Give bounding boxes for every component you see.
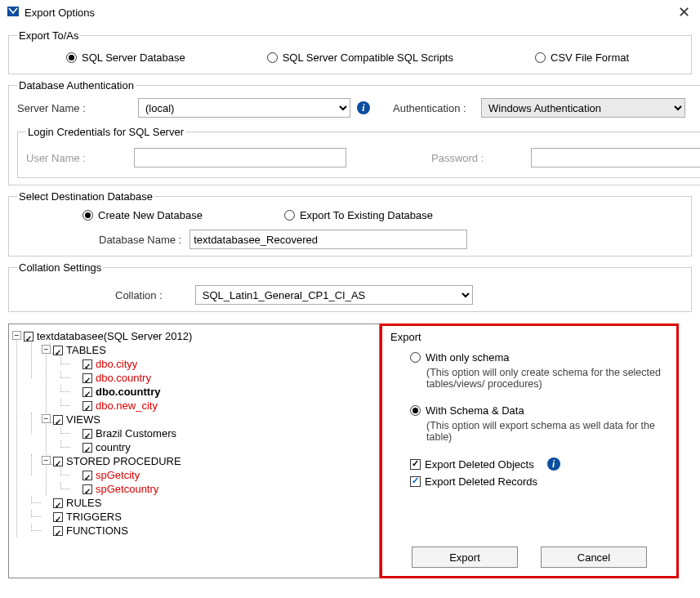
export-legend: Export	[390, 331, 668, 343]
tree-expander[interactable]: −	[42, 345, 51, 354]
tree-item-label: dbo.new_city	[96, 399, 158, 412]
server-name-select[interactable]: (local)	[138, 98, 350, 118]
tree-node-tables[interactable]: TABLES	[53, 343, 376, 357]
schema-only-desc: (This option will only create schema for…	[426, 367, 663, 390]
collation-group: Collation Settings Collation : SQL_Latin…	[8, 261, 692, 312]
tree-item-table[interactable]: dbo.new_city	[82, 399, 376, 413]
tree-checkbox[interactable]	[82, 401, 92, 411]
tree-item-label: dbo.cityy	[96, 358, 137, 370]
tree-item-view[interactable]: country	[82, 440, 376, 454]
radio-create-new-db[interactable]: Create New Database	[82, 209, 203, 221]
tree-item-label: dbo.counttry	[96, 386, 160, 398]
username-field[interactable]	[134, 148, 346, 167]
tree-item-label: spGetcountry	[96, 483, 158, 495]
check-deleted-records-label: Export Deleted Records	[425, 475, 537, 488]
tree-checkbox[interactable]	[53, 346, 63, 355]
tree-item-table[interactable]: dbo.counttry	[82, 385, 376, 399]
svg-rect-0	[7, 7, 19, 16]
radio-schema-data-label: With Schema & Data	[426, 404, 524, 417]
export-to-group: Export To/As SQL Server Database SQL Ser…	[8, 29, 692, 74]
tree-checkbox[interactable]	[82, 484, 92, 494]
check-deleted-objects[interactable]: Export Deleted Objects	[410, 458, 534, 471]
radio-sql-scripts[interactable]: SQL Server Compatible SQL Scripts	[267, 51, 453, 64]
check-deleted-objects-label: Export Deleted Objects	[425, 458, 534, 471]
tree-checkbox[interactable]	[24, 332, 33, 341]
tree-item-sp[interactable]: spGetcity	[82, 468, 376, 482]
tree-node-label: FUNCTIONS	[66, 524, 128, 537]
check-deleted-records[interactable]: Export Deleted Records	[410, 475, 537, 488]
radio-existing-db-label: Export To Existing Database	[300, 209, 433, 221]
info-icon[interactable]: i	[357, 101, 370, 114]
titlebar: Export Options ✕	[0, 0, 700, 25]
object-tree: − textdatabasee(SQL Server 2012) − TABLE…	[8, 324, 380, 578]
collation-select[interactable]: SQL_Latin1_General_CP1_CI_AS	[195, 285, 473, 305]
dest-db-legend: Select Destination Database	[17, 190, 154, 203]
tree-checkbox[interactable]	[53, 415, 63, 425]
tree-checkbox[interactable]	[82, 359, 92, 369]
tree-node-triggers[interactable]: TRIGGERS	[53, 510, 376, 524]
password-field[interactable]	[531, 148, 700, 167]
db-auth-legend: Database Authentication	[17, 79, 136, 91]
tree-checkbox[interactable]	[82, 387, 92, 397]
tree-item-label: Brazil Customers	[96, 427, 176, 440]
tree-checkbox[interactable]	[82, 471, 92, 480]
radio-sql-scripts-label: SQL Server Compatible SQL Scripts	[283, 51, 453, 64]
tree-node-label: STORED PROCEDURE	[66, 455, 181, 467]
tree-node-label: TABLES	[66, 344, 106, 356]
radio-sql-server-db-label: SQL Server Database	[82, 51, 185, 64]
tree-node-label: TRIGGERS	[66, 511, 122, 523]
tree-expander[interactable]: −	[42, 456, 51, 465]
tree-item-label: country	[96, 441, 131, 453]
tree-checkbox[interactable]	[53, 512, 63, 522]
export-button[interactable]: Export	[412, 547, 518, 568]
tree-checkbox[interactable]	[82, 373, 92, 383]
radio-sql-server-db[interactable]: SQL Server Database	[66, 51, 185, 64]
username-label: User Name :	[26, 152, 124, 164]
tree-node-functions[interactable]: FUNCTIONS	[53, 524, 376, 538]
tree-checkbox[interactable]	[82, 443, 92, 453]
tree-checkbox[interactable]	[53, 457, 63, 466]
collation-legend: Collation Settings	[17, 261, 103, 274]
radio-csv-label: CSV File Format	[551, 51, 629, 64]
tree-item-table[interactable]: dbo.cityy	[82, 357, 376, 371]
radio-existing-db[interactable]: Export To Existing Database	[284, 209, 433, 221]
server-name-label: Server Name :	[17, 102, 132, 114]
login-credentials-legend: Login Credentials for SQL Server	[26, 126, 185, 138]
tree-item-label: spGetcity	[96, 469, 140, 481]
export-panel: Export With only schema (This option wil…	[380, 324, 679, 578]
radio-schema-data[interactable]: With Schema & Data	[410, 404, 524, 417]
tree-checkbox[interactable]	[53, 498, 63, 508]
schema-data-desc: (This option will export schema as well …	[426, 420, 663, 443]
tree-root[interactable]: textdatabasee(SQL Server 2012)	[24, 329, 376, 343]
tree-item-label: dbo.country	[96, 372, 151, 384]
login-credentials-group: Login Credentials for SQL Server User Na…	[17, 126, 700, 178]
cancel-button[interactable]: Cancel	[541, 547, 647, 568]
db-name-label: Database Name :	[99, 234, 181, 246]
info-icon[interactable]: i	[547, 457, 560, 471]
tree-root-label: textdatabasee(SQL Server 2012)	[37, 330, 192, 342]
auth-select[interactable]: Windows Authentication	[481, 98, 685, 118]
tree-expander[interactable]: −	[42, 414, 51, 423]
db-auth-group: Database Authentication Server Name : (l…	[8, 79, 700, 185]
tree-node-label: RULES	[66, 497, 101, 509]
tree-expander[interactable]: −	[12, 331, 21, 340]
tree-node-views[interactable]: VIEWS	[53, 413, 376, 426]
radio-csv[interactable]: CSV File Format	[535, 51, 629, 64]
radio-schema-only[interactable]: With only schema	[410, 351, 510, 364]
app-icon	[7, 5, 20, 20]
window-title: Export Options	[25, 7, 95, 19]
radio-create-new-db-label: Create New Database	[98, 209, 203, 221]
tree-checkbox[interactable]	[82, 429, 92, 439]
tree-item-view[interactable]: Brazil Customers	[82, 426, 376, 440]
close-icon[interactable]: ✕	[675, 3, 693, 21]
dest-db-group: Select Destination Database Create New D…	[8, 190, 692, 257]
tree-item-sp[interactable]: spGetcountry	[82, 482, 376, 496]
password-label: Password :	[431, 152, 521, 164]
tree-node-label: VIEWS	[66, 413, 100, 426]
tree-node-rules[interactable]: RULES	[53, 496, 376, 510]
db-name-field[interactable]	[189, 230, 467, 249]
tree-checkbox[interactable]	[53, 526, 63, 536]
tree-item-table[interactable]: dbo.country	[82, 371, 376, 385]
tree-node-storedproc[interactable]: STORED PROCEDURE	[53, 454, 376, 468]
auth-label: Authentication :	[377, 102, 475, 114]
